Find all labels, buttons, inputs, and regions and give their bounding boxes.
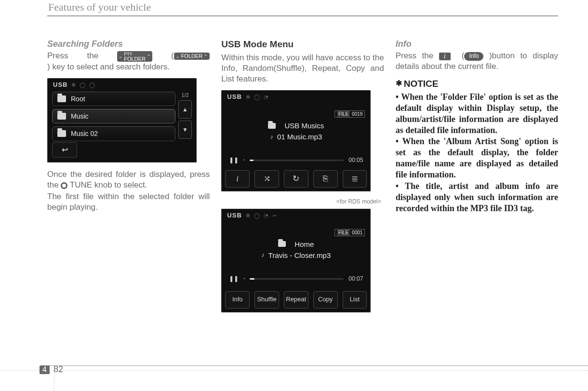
progress-track[interactable] <box>250 160 344 161</box>
caption-rds: <for RDS model> <box>221 198 381 206</box>
bluetooth-icon: ✻ <box>71 81 76 88</box>
status-icon-3: ➳ <box>272 212 277 219</box>
file-badge: FILE 0001 <box>334 229 365 236</box>
notice-item: The title, artist and album info are dis… <box>396 181 558 214</box>
col3-para1: Press the i (Info )button to display det… <box>396 51 558 72</box>
chevron-down-icon: ⌄ <box>119 54 122 59</box>
paging: 1/2 ▲ ▼ <box>178 92 192 139</box>
section-number: 4 <box>40 365 50 374</box>
screenshot-body: Root Music Music 02 1/2 ▲ <box>52 92 192 158</box>
col3-p1-pre: Press the <box>396 51 439 60</box>
notice-item: When the 'Album Artist Song' option is s… <box>396 136 558 180</box>
notice-label: NOTICE <box>404 79 439 89</box>
notice-list: When the 'Folder File' option is set as … <box>396 92 558 214</box>
screenshot-topbar: USB ✻ ◯ ◔ <box>221 90 371 103</box>
progress-track[interactable] <box>250 278 344 280</box>
folder-icon <box>57 113 66 120</box>
folder-name: Music <box>71 112 89 121</box>
page-no: 82 <box>53 364 63 375</box>
menu-tabs: i ⤮ ↻ ⎘ ≣ <box>225 170 367 188</box>
elapsed-time: 00:07 <box>348 275 363 283</box>
folder-icon <box>268 123 276 129</box>
column-3: Info Press the i (Info )button to displa… <box>396 39 558 319</box>
info-icon-button[interactable]: i <box>439 53 451 60</box>
copy-tab[interactable]: ⎘ <box>313 170 338 188</box>
folder-button[interactable]: ⌄ FOLDER ⌃ <box>174 53 210 60</box>
shuffle-tab[interactable]: ⤮ <box>254 170 279 188</box>
tune-knob-icon <box>61 182 67 189</box>
screenshot-folder-list: USB ✻ ◯ ◯ Root Music <box>47 78 197 162</box>
copy-tab[interactable]: Copy <box>313 291 338 309</box>
footer-rule <box>47 365 588 366</box>
back-button[interactable]: ↩ <box>52 142 77 158</box>
music-note-icon: ♪ <box>270 133 273 141</box>
info-tab[interactable]: i <box>225 170 250 188</box>
playback-info: USB Musics ♪01 Music.mp3 <box>221 121 371 144</box>
screenshot-topbar: USB ✻ ◯ ◯ <box>47 78 197 91</box>
chevron-up-icon: ⌃ <box>204 54 208 59</box>
info-tab[interactable]: Info <box>225 291 250 309</box>
folder-icon <box>278 241 286 247</box>
list-tab[interactable]: List <box>343 291 367 309</box>
col2-para1: Within this mode, you will have access t… <box>221 53 384 84</box>
progress-bar: ❚❚ • 00:05 <box>229 157 363 164</box>
status-icon-2: ◯ <box>89 81 95 88</box>
info-button[interactable]: Info <box>464 52 483 61</box>
content-columns: Searching Folders Press the ⌄ PTY FOLDER… <box>47 39 558 319</box>
column-1: Searching Folders Press the ⌄ PTY FOLDER… <box>47 39 210 319</box>
file-label: FILE <box>337 229 350 236</box>
status-icon-2: ◔ <box>264 94 268 100</box>
bluetooth-icon: ✻ <box>246 212 250 219</box>
notice-star-icon: ✱ <box>396 79 402 87</box>
current-folder: USB Musics <box>284 121 324 131</box>
screenshot-topbar: USB ✻ ◯ ◔ ➳ <box>221 209 371 222</box>
col1-para2: Once the desired folder is displayed, pr… <box>47 169 210 190</box>
status-icon-2: ◔ <box>264 212 268 219</box>
pause-icon[interactable]: ❚❚ <box>229 275 239 283</box>
header-title: Features of your vehicle <box>47 1 558 13</box>
status-icon: ◯ <box>254 94 260 100</box>
status-icon: ◯ <box>80 81 85 88</box>
elapsed-time: 00:05 <box>348 157 363 164</box>
header: Features of your vehicle <box>47 1 558 16</box>
folder-row[interactable]: Music <box>52 109 175 123</box>
screenshot-usb-playback-b: USB ✻ ◯ ◔ ➳ FILE 0001 Home ♪Travis - Clo… <box>221 209 371 312</box>
notice-heading: ✱NOTICE <box>396 78 558 90</box>
menu-tabs: Info Shuffle Repeat Copy List <box>225 291 367 309</box>
col1-p1-pre: Press the <box>47 51 117 60</box>
pty-folder-button[interactable]: ⌄ PTY FOLDER ⌃ <box>117 51 152 62</box>
status-icon: ◯ <box>254 212 260 219</box>
current-track: 01 Music.mp3 <box>277 132 322 142</box>
repeat-tab[interactable]: Repeat <box>284 291 308 309</box>
col3-heading: Info <box>396 39 558 50</box>
screenshot-usb-playback-a: USB ✻ ◯ ◔ FILE 0019 USB Musics ♪01 Music… <box>221 90 371 191</box>
col1-heading: Searching Folders <box>47 39 210 50</box>
bluetooth-icon: ✻ <box>246 94 250 100</box>
usb-label: USB <box>53 81 67 89</box>
progress-bar: ❚❚ • 00:07 <box>229 275 363 283</box>
pause-icon[interactable]: ❚❚ <box>229 157 239 164</box>
header-rule <box>47 15 558 16</box>
playback-info: Home ♪Travis - Closer.mp3 <box>221 240 371 262</box>
repeat-tab[interactable]: ↻ <box>284 170 308 188</box>
music-note-icon: ♪ <box>261 251 265 259</box>
file-label: FILE <box>337 111 350 117</box>
folder-name: Music 02 <box>71 129 98 138</box>
usb-label: USB <box>227 212 241 220</box>
footer-dashed <box>0 370 588 371</box>
col1-p1-post: ) key to select and search folders. <box>47 62 210 72</box>
page-up-button[interactable]: ▲ <box>178 100 192 119</box>
folder-label: FOLDER <box>124 56 146 62</box>
list-tab[interactable]: ≣ <box>343 170 367 188</box>
col1-para3: The first file within the selected folde… <box>47 191 210 213</box>
folder-row[interactable]: Root <box>52 92 175 106</box>
page-down-button[interactable]: ▼ <box>178 121 192 139</box>
current-folder: Home <box>294 240 314 249</box>
file-number: 0001 <box>352 229 362 236</box>
folder-label-2: FOLDER <box>181 53 203 59</box>
shuffle-tab[interactable]: Shuffle <box>254 291 279 309</box>
folder-row[interactable]: Music 02 <box>52 126 175 141</box>
notice-item: When the 'Folder File' option is set as … <box>396 92 558 136</box>
col1-para1: Press the ⌄ PTY FOLDER ⌃ ( ⌄ FOLDER ⌃ <box>47 51 210 62</box>
file-badge: FILE 0019 <box>334 110 365 118</box>
